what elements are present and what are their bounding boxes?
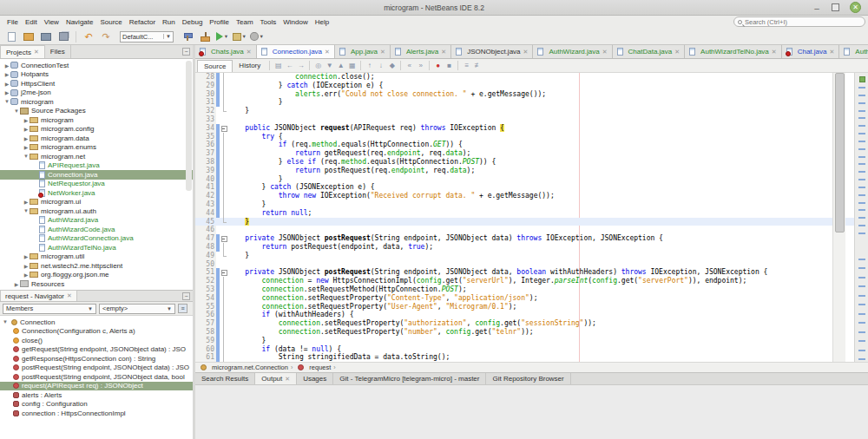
fold-marker[interactable] <box>220 82 228 90</box>
member-item[interactable]: postRequest(String endpoint, JSONObject … <box>0 372 193 382</box>
find-next-icon[interactable]: ▼ <box>324 62 335 69</box>
tree-item-connectiontest[interactable]: ▶ConnectionTest <box>0 61 193 70</box>
toggle-highlight-icon[interactable]: ▦ <box>346 62 358 69</box>
modified-line-mark[interactable] <box>858 171 865 173</box>
fold-marker[interactable] <box>220 319 228 328</box>
menu-refactor[interactable]: Refactor <box>126 18 159 26</box>
fold-marker[interactable] <box>220 277 228 285</box>
member-item[interactable]: request(APIRequest req) : JSONObject <box>0 382 193 391</box>
menu-window[interactable]: Window <box>279 18 311 26</box>
modified-line-mark[interactable] <box>858 225 865 226</box>
fold-marker[interactable] <box>220 303 228 311</box>
tree-item-org-floggy-org-json-me[interactable]: ▶org.floggy.org.json.me <box>0 271 193 280</box>
save-all-button[interactable] <box>56 30 70 43</box>
expand-arrow-icon[interactable]: ▶ <box>23 199 30 205</box>
tree-scrollbar[interactable] <box>186 61 192 191</box>
breadcrumb-item[interactable]: microgram.net.Connection <box>212 364 288 371</box>
modified-line-mark[interactable] <box>858 156 865 158</box>
tree-item-microgram-util[interactable]: ▶microgram.util <box>0 252 193 262</box>
tree-item-microgram-data[interactable]: ▶microgram.data <box>0 134 193 143</box>
modified-line-mark[interactable] <box>858 110 865 112</box>
close-button[interactable]: ✕ <box>850 2 861 13</box>
next-bookmark-icon[interactable]: ↓ <box>375 62 386 69</box>
close-icon[interactable]: ✕ <box>380 49 385 56</box>
tree-item-authwizard-java[interactable]: AuthWizard.java <box>0 216 193 226</box>
tab-source-view[interactable]: Source <box>197 60 233 72</box>
fold-marker[interactable] <box>220 252 228 260</box>
modified-line-mark[interactable] <box>858 358 865 360</box>
debug-project-button[interactable]: ▼ <box>233 30 247 43</box>
new-file-button[interactable] <box>4 30 18 43</box>
tree-item-authwizardconnection-java[interactable]: AuthWizardConnection.java <box>0 234 193 244</box>
modified-line-mark[interactable] <box>858 87 865 88</box>
editor-tab-connection-java[interactable]: Connection.java✕ <box>257 45 335 58</box>
expand-arrow-icon[interactable]: ▶ <box>3 89 10 95</box>
modified-line-mark[interactable] <box>858 267 865 269</box>
menu-navigate[interactable]: Navigate <box>62 18 97 26</box>
expand-arrow-icon[interactable]: ▶ <box>23 263 30 269</box>
expand-arrow-icon[interactable]: ▶ <box>23 117 30 123</box>
modified-line-mark[interactable] <box>858 285 865 287</box>
minimize-panel-button[interactable]: − <box>182 48 190 56</box>
fold-marker[interactable] <box>220 149 228 158</box>
tree-item-microgram-enums[interactable]: ▶microgram.enums <box>0 143 193 153</box>
build-project-button[interactable] <box>181 30 194 43</box>
fold-marker[interactable] <box>220 328 228 337</box>
run-project-button[interactable]: ▼ <box>215 30 229 43</box>
tree-item-net-wstech2-me-httpsclient[interactable]: ▶net.wstech2.me.httpsclient <box>0 261 193 271</box>
modified-line-mark[interactable] <box>858 148 865 150</box>
tree-item-j2me-json[interactable]: ▶j2me-json <box>0 88 193 98</box>
expand-arrow-icon[interactable]: ▶ <box>3 81 10 87</box>
member-item[interactable]: getResponse(HttpsConnection con) : Strin… <box>0 354 193 364</box>
redo-button[interactable]: ↷ <box>99 30 113 43</box>
tree-item-microgram-ui-auth[interactable]: ▼microgram.ui.auth <box>0 206 193 216</box>
code-editor[interactable]: 28 connection.close();29 } catch (IOExce… <box>195 73 868 362</box>
fold-marker[interactable] <box>220 209 228 218</box>
close-icon[interactable]: ✕ <box>34 49 39 56</box>
close-icon[interactable]: ✕ <box>829 49 834 56</box>
modified-line-mark[interactable] <box>858 322 865 324</box>
close-icon[interactable]: ✕ <box>247 49 252 56</box>
close-icon[interactable]: ✕ <box>602 49 608 56</box>
modified-line-mark[interactable] <box>858 259 865 260</box>
record-macro-icon[interactable]: ● <box>432 62 444 69</box>
previous-bookmark-icon[interactable]: ↑ <box>364 62 375 69</box>
title-bar[interactable]: microgram - NetBeans IDE 8.2 – ✕ <box>0 0 868 16</box>
expand-arrow-icon[interactable]: ▶ <box>23 126 30 132</box>
tree-item-authwizardtelno-java[interactable]: AuthWizardTelNo.java <box>0 243 193 252</box>
close-icon[interactable]: ✕ <box>325 49 330 56</box>
bottom-tab-output[interactable]: Output✕ <box>255 373 297 384</box>
fold-marker[interactable] <box>220 294 228 303</box>
new-project-button[interactable] <box>22 30 36 43</box>
sort-members-icon[interactable]: ≡ <box>178 304 187 313</box>
expand-arrow-icon[interactable]: ▶ <box>23 272 30 278</box>
close-icon[interactable]: ✕ <box>523 49 529 56</box>
modified-line-mark[interactable] <box>858 141 865 142</box>
editor-scrollbar[interactable] <box>832 73 845 362</box>
modified-line-mark[interactable] <box>858 133 865 134</box>
fold-marker[interactable] <box>220 107 228 115</box>
last-edit-icon[interactable]: ▤ <box>273 62 284 69</box>
modified-line-mark[interactable] <box>858 277 865 278</box>
maximize-button[interactable] <box>832 3 839 11</box>
close-icon[interactable]: ✕ <box>441 49 446 56</box>
fold-marker[interactable] <box>220 141 228 149</box>
bottom-tab-git-telegrammicro-telegram-mic[interactable]: Git - TelegramMicro [telegram-micro] - m… <box>333 373 486 384</box>
tree-item-httpsclient[interactable]: ▶HttpsClient <box>0 79 193 88</box>
tab-navigator[interactable]: request - Navigator ✕ <box>0 290 77 301</box>
fold-marker[interactable] <box>220 158 228 167</box>
member-item[interactable]: getRequest(String endpoint, JSONObject d… <box>0 345 193 355</box>
modified-line-mark[interactable] <box>858 304 865 305</box>
error-stripe[interactable] <box>854 73 868 362</box>
search-input[interactable] <box>745 18 858 26</box>
modified-line-mark[interactable] <box>858 95 865 96</box>
tree-item-netrequestor-java[interactable]: NetRequestor.java <box>0 180 193 189</box>
modified-line-mark[interactable] <box>858 179 865 180</box>
menu-file[interactable]: File <box>3 18 22 26</box>
quick-search-box[interactable] <box>733 16 865 27</box>
tab-projects[interactable]: Projects ✕ <box>0 45 45 58</box>
collapse-arrow-icon[interactable]: ▼ <box>23 154 30 159</box>
fold-marker[interactable] <box>220 234 228 243</box>
expand-arrow-icon[interactable]: ▶ <box>23 144 30 150</box>
find-previous-icon[interactable]: ▲ <box>335 62 346 69</box>
